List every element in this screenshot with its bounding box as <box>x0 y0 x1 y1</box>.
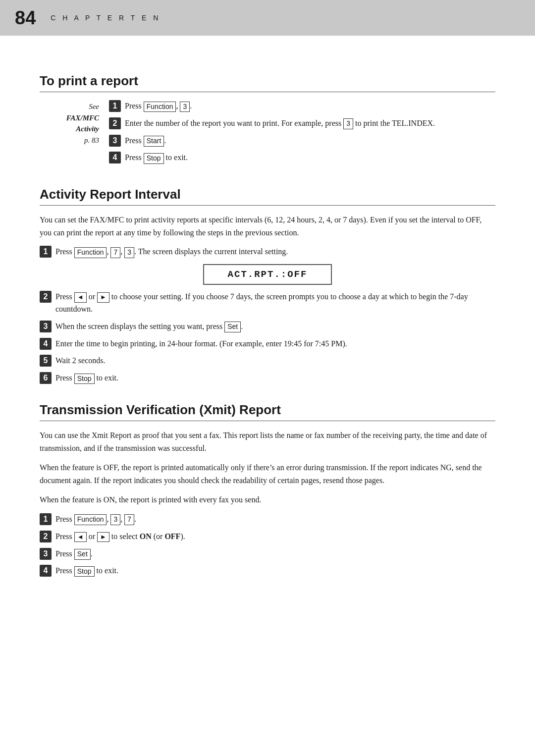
section1-body: See FAX/MFCActivity p. 83 1 Press Functi… <box>40 100 495 169</box>
main-content: To print a report See FAX/MFCActivity p.… <box>0 36 535 602</box>
section2-body: You can set the FAX/MFC to print activit… <box>40 214 495 239</box>
section2-step4: 4 Enter the time to begin printing, in 2… <box>40 338 495 350</box>
sidebar-note: See FAX/MFCActivity p. 83 <box>40 100 99 146</box>
s3-step-badge-2: 2 <box>40 531 52 542</box>
section3-step1: 1 Press Function, 3, 7. <box>40 513 495 526</box>
s2-step-badge-2: 2 <box>40 291 52 303</box>
s2-step5-text: Wait 2 seconds. <box>55 355 495 367</box>
section3-step3: 3 Press Set. <box>40 548 495 560</box>
s2-key-3: 3 <box>124 247 134 258</box>
section3-heading: Transmission Verification (Xmit) Report <box>40 402 495 418</box>
section2-step1: 1 Press Function, 7, 3. The screen displ… <box>40 246 495 258</box>
s2-step-badge-6: 6 <box>40 372 52 384</box>
s2-key-7: 7 <box>110 247 120 258</box>
s2-step6-text: Press Stop to exit. <box>55 372 495 384</box>
header-bar: 84 C H A P T E R T E N <box>0 0 535 36</box>
s2-step-badge-1: 1 <box>40 246 52 258</box>
chapter-title: C H A P T E R T E N <box>51 14 160 22</box>
s3-arrow-right-icon: ► <box>97 532 109 542</box>
section2-heading: Activity Report Interval <box>40 187 495 202</box>
step-badge-3: 3 <box>109 135 121 147</box>
key-3: 3 <box>180 102 190 112</box>
section3-body2: When the feature is OFF, the report is p… <box>40 461 495 486</box>
section2-step3: 3 When the screen displays the setting y… <box>40 321 495 333</box>
section3-rule <box>40 421 495 421</box>
s3-key-7: 7 <box>124 514 134 525</box>
s3-step3-text: Press Set. <box>55 548 495 560</box>
s3-function-key: Function <box>74 514 107 525</box>
on-label: ON <box>140 532 152 540</box>
section3-body3: When the feature is ON, the report is pr… <box>40 493 495 506</box>
sidebar-page: p. 83 <box>40 135 99 146</box>
section2-step6: 6 Press Stop to exit. <box>40 372 495 384</box>
s2-set-key: Set <box>224 322 241 332</box>
s3-step4-text: Press Stop to exit. <box>55 565 495 577</box>
page-number: 84 <box>15 8 36 27</box>
start-key: Start <box>144 136 164 147</box>
section3-body1: You can use the Xmit Report as proof tha… <box>40 429 495 454</box>
s3-step-badge-4: 4 <box>40 565 52 577</box>
s2-step1-text: Press Function, 7, 3. The screen display… <box>55 246 495 258</box>
section1-step4: 4 Press Stop to exit. <box>109 152 495 164</box>
s2-function-key: Function <box>74 247 107 258</box>
s2-step-badge-5: 5 <box>40 355 52 367</box>
section3-step2: 2 Press ◄ or ► to select ON (or OFF). <box>40 531 495 543</box>
off-label: OFF <box>164 532 180 540</box>
page: 84 C H A P T E R T E N To print a report… <box>0 0 535 756</box>
section2-step2: 2 Press ◄ or ► to choose your setting. I… <box>40 291 495 316</box>
key-3b: 3 <box>343 118 353 129</box>
s3-step1-text: Press Function, 3, 7. <box>55 513 495 526</box>
arrow-right-icon: ► <box>97 292 109 302</box>
function-key: Function <box>144 102 176 112</box>
arrow-left-icon: ◄ <box>74 292 87 302</box>
step2-text: Enter the number of the report you want … <box>125 117 495 130</box>
step4-text: Press Stop to exit. <box>125 152 495 164</box>
s3-step-badge-1: 1 <box>40 513 52 525</box>
s3-step2-text: Press ◄ or ► to select ON (or OFF). <box>55 531 495 543</box>
s3-arrow-left-icon: ◄ <box>74 532 87 542</box>
section1-step3: 3 Press Start. <box>109 135 495 147</box>
s3-key-3: 3 <box>110 514 120 525</box>
screen-display: ACT.RPT.:OFF <box>203 264 332 285</box>
s3-stop-key: Stop <box>74 566 95 577</box>
section1-step2: 2 Enter the number of the report you wan… <box>109 117 495 130</box>
section3-step4: 4 Press Stop to exit. <box>40 565 495 577</box>
section1-heading: To print a report <box>40 73 495 89</box>
step-badge-4: 4 <box>109 152 121 163</box>
section1-steps: 1 Press Function, 3. 2 Enter the number … <box>109 100 495 169</box>
sidebar-faxmfc: FAX/MFCActivity <box>40 112 99 135</box>
s3-step-badge-3: 3 <box>40 548 52 560</box>
s2-stop-key: Stop <box>74 374 95 384</box>
stop-key: Stop <box>144 153 164 164</box>
step1-text: Press Function, 3. <box>125 100 495 112</box>
s2-step-badge-4: 4 <box>40 338 52 350</box>
step3-text: Press Start. <box>125 135 495 147</box>
s2-step3-text: When the screen displays the setting you… <box>55 321 495 333</box>
section1-step1: 1 Press Function, 3. <box>109 100 495 112</box>
section2-step5: 5 Wait 2 seconds. <box>40 355 495 367</box>
step-badge-2: 2 <box>109 117 121 129</box>
step-badge-1: 1 <box>109 100 121 112</box>
sidebar-see: See <box>89 103 99 110</box>
s3-set-key: Set <box>74 549 91 560</box>
section1-rule <box>40 92 495 92</box>
s2-step4-text: Enter the time to begin printing, in 24-… <box>55 338 495 350</box>
s2-step-badge-3: 3 <box>40 321 52 332</box>
section2-rule <box>40 205 495 206</box>
s2-step2-text: Press ◄ or ► to choose your setting. If … <box>55 291 495 316</box>
